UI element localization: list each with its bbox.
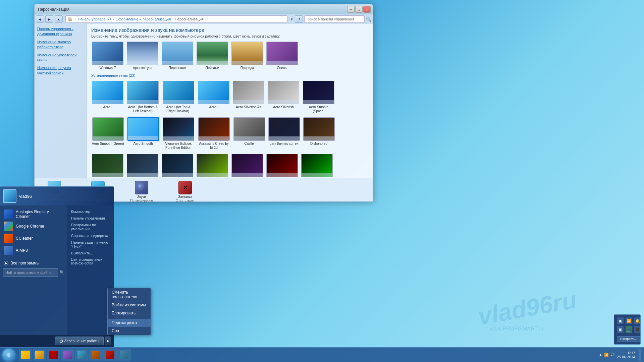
theme-invitro[interactable]: InVitro v2 <box>126 153 159 178</box>
theme-thumb-aero-plus-1 <box>92 81 123 104</box>
clock[interactable]: 6:17 25.06.2014 <box>617 351 635 359</box>
search-input[interactable] <box>304 15 365 23</box>
start-menu-body: Auslogics Registry Cleaner Google Chrome… <box>0 205 114 335</box>
context-switch-user[interactable]: Сменить пользователя <box>108 288 151 301</box>
start-search-input[interactable] <box>3 268 58 277</box>
tray-popup-icon-6[interactable]: ⬛ <box>634 326 641 333</box>
theme-landscapes[interactable]: Пейзажи <box>196 41 229 71</box>
taskbar-icon-media[interactable] <box>47 349 60 361</box>
start-search-icon[interactable]: 🔍 <box>59 270 64 275</box>
taskbar-icon-prog2[interactable] <box>75 349 89 361</box>
breadcrumb-current: Персонализация <box>175 17 204 21</box>
theme-win7[interactable]: Windows 7 <box>91 41 124 71</box>
shutdown-arrow-button[interactable]: ▶ <box>105 337 111 345</box>
start-right-help[interactable]: Справка и поддержка <box>67 232 114 239</box>
sidebar-home-link[interactable]: Панель управления - домашняя страница <box>37 26 84 37</box>
start-item-aimp[interactable]: AIMP3 <box>0 244 67 256</box>
theme-aero-smooth-selected[interactable]: Aero Smooth <box>127 117 160 150</box>
taskbar-icon-prog4[interactable] <box>103 349 117 361</box>
context-lock[interactable]: Блокировать <box>108 309 151 317</box>
theme-hardwired[interactable]: Hardwired <box>91 153 124 178</box>
tray-popup-icon-1[interactable]: ▣ <box>617 317 624 324</box>
taskbar-icon-ie[interactable] <box>19 349 32 361</box>
theme-dark[interactable]: dark themes xur-ek <box>268 117 301 150</box>
shutdown-button[interactable]: ⏻ Завершение работы <box>55 337 104 345</box>
taskbar-icon-explorer[interactable] <box>33 349 46 361</box>
taskbar-icon-prog3[interactable] <box>89 349 103 361</box>
tray-popup-icon-5[interactable]: 📺 <box>626 326 632 333</box>
theme-name-aero-top: Aero+ (for Top & Right Taskbar) <box>162 105 195 113</box>
all-programs-button[interactable]: ▶ Все программы <box>0 259 67 267</box>
start-right-defaults[interactable]: Программы по умолчанию <box>67 222 114 232</box>
theme-chars[interactable]: Персонажи <box>161 41 194 71</box>
themes-row-installed-1: Aero+ Aero+ (for Bottom & Left Taskbar) … <box>91 80 368 114</box>
theme-name-assassins: Assassins Creed by bir2d <box>198 142 230 150</box>
sidebar-icons-link[interactable]: Изменение значков рабочего стола <box>37 40 84 50</box>
dropdown-arrow[interactable]: ▼ <box>290 17 293 21</box>
theme-nature[interactable]: Природа <box>231 41 264 71</box>
start-right-run[interactable]: Выполнить... <box>67 250 114 256</box>
start-right-taskbar[interactable]: Панель задач и меню "Пуск" <box>67 239 114 250</box>
theme-aero-top[interactable]: Aero+ (for Top & Right Taskbar) <box>162 80 195 114</box>
tray-configure-button[interactable]: Настроить... <box>617 336 641 342</box>
window-titlebar: Персонализация ─ □ ✕ <box>35 4 373 14</box>
taskbar-icon-prog1[interactable] <box>61 349 74 361</box>
context-logout[interactable]: Выйти из системы <box>108 301 151 309</box>
sidebar-account-link[interactable]: Изменение рисунка учётной записи <box>37 65 84 76</box>
screensaver-label: Заставка <box>178 195 192 199</box>
refresh-button[interactable]: ↺ <box>295 15 303 23</box>
theme-aero-plus-1[interactable]: Aero+ <box>91 80 124 114</box>
start-button[interactable] <box>0 348 17 362</box>
theme-scenes[interactable]: Сцены <box>266 41 299 71</box>
minimize-button[interactable]: ─ <box>347 6 355 13</box>
theme-dishonored[interactable]: Dishonored <box>303 117 335 150</box>
taskbar-icon-prog5[interactable] <box>117 349 131 361</box>
search-button[interactable]: 🔍 <box>366 17 371 22</box>
context-restart[interactable]: Перезагрузка <box>108 319 151 327</box>
tray-popup-icon-2[interactable]: 📶 <box>626 317 632 324</box>
back-button[interactable]: ◀ <box>36 15 44 23</box>
tray-arrow-icon[interactable]: ▲ <box>598 352 603 357</box>
theme-aero-bottom[interactable]: Aero+ (for Bottom & Left Taskbar) <box>126 80 160 114</box>
start-item-chrome[interactable]: Google Chrome <box>0 220 67 232</box>
tray-popup-icon-4[interactable]: ▣ <box>617 326 624 333</box>
sidebar-mouse-link[interactable]: Изменение указателей мыши <box>37 53 84 63</box>
up-button[interactable]: ▲ <box>55 15 63 23</box>
theme-aero-smooth-green[interactable]: Aero Smooth (Green) <box>91 117 125 150</box>
start-right-accessibility[interactable]: Центр специальных возможностей <box>67 256 114 266</box>
theme-aero-silverish[interactable]: Aero Silverish <box>267 80 300 114</box>
all-programs-label: Все программы <box>10 261 40 265</box>
tray-volume-icon[interactable]: 🔊 <box>610 353 615 357</box>
theme-aero-smooth-space[interactable]: Aero Smooth (Space) <box>302 80 335 114</box>
prog3-icon <box>92 351 100 359</box>
tray-network-icon[interactable]: 📶 <box>604 353 609 357</box>
svg-point-2 <box>139 185 141 187</box>
theme-aero-plus-2[interactable]: Aero+ <box>197 80 230 114</box>
theme-razer-red[interactable]: Razer Red <box>266 153 299 178</box>
theme-arch[interactable]: Архитектура <box>126 41 159 71</box>
theme-alienware[interactable]: Alienware Eclipse: Pure Blue Edition <box>162 117 195 150</box>
forward-button[interactable]: ▶ <box>45 15 53 23</box>
theme-assassins[interactable]: Assassins Creed by bir2d <box>197 117 231 150</box>
theme-name-aero-smooth: Aero Smooth <box>133 142 153 146</box>
theme-castle[interactable]: Castle <box>233 117 266 150</box>
themes-scroll[interactable]: Windows 7 Архитектура Персонажи Пейзажи <box>91 41 368 178</box>
theme-razer[interactable]: Razer <box>301 153 333 178</box>
screensaver-button[interactable]: ✕ Заставка Отсутствует <box>170 181 200 201</box>
close-button[interactable]: ✕ <box>363 6 371 13</box>
maximize-button[interactable]: □ <box>355 6 363 13</box>
show-desktop-button[interactable] <box>639 349 641 361</box>
tray-popup-icon-3[interactable]: 🔔 <box>634 317 641 324</box>
context-sleep[interactable]: Сон <box>108 327 151 335</box>
sound-button[interactable]: Звуки По умолчанию <box>126 181 157 201</box>
theme-aero-silverish-alt[interactable]: Aero Silverish Alt <box>232 80 265 114</box>
start-item-auslogics[interactable]: Auslogics Registry Cleaner <box>0 208 67 220</box>
start-right-computer[interactable]: Компьютер <box>67 208 114 215</box>
breadcrumb-design[interactable]: Оформление и персонализация <box>115 17 171 21</box>
theme-nocturnal[interactable]: Nocturnal Lite <box>161 153 194 178</box>
start-item-ccleaner[interactable]: CCleaner <box>0 232 67 244</box>
theme-premiere[interactable]: premiere <box>231 153 264 178</box>
breadcrumb-panel[interactable]: Панель управления <box>78 17 112 21</box>
theme-nvidia[interactable]: Nvidia <box>196 153 229 178</box>
start-right-control-panel[interactable]: Панель управления <box>67 215 114 222</box>
